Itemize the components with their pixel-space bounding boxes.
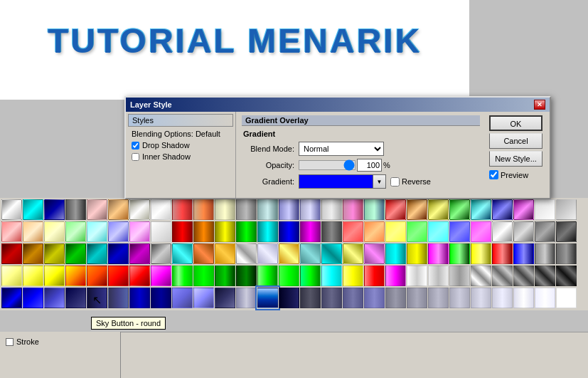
swatch-item[interactable] bbox=[492, 199, 513, 220]
swatch-item[interactable] bbox=[108, 221, 129, 242]
swatch-item[interactable] bbox=[65, 288, 86, 308]
swatch-item[interactable] bbox=[343, 288, 363, 308]
swatch-item[interactable] bbox=[129, 243, 150, 264]
swatch-item[interactable] bbox=[321, 221, 342, 242]
swatch-item[interactable] bbox=[300, 199, 321, 220]
swatch-item[interactable] bbox=[321, 266, 342, 286]
swatch-item[interactable] bbox=[513, 243, 534, 264]
swatch-item[interactable] bbox=[428, 266, 449, 286]
inner-shadow-item[interactable]: Inner Shadow bbox=[128, 151, 233, 162]
opacity-slider[interactable] bbox=[299, 160, 356, 170]
swatch-item[interactable] bbox=[407, 243, 427, 264]
swatch-item[interactable] bbox=[279, 221, 299, 242]
swatch-item[interactable] bbox=[215, 221, 235, 242]
swatch-item[interactable] bbox=[407, 199, 427, 220]
swatch-item[interactable] bbox=[449, 243, 470, 264]
swatch-item[interactable] bbox=[471, 288, 491, 308]
swatch-item[interactable] bbox=[151, 221, 171, 242]
swatch-item[interactable] bbox=[321, 199, 342, 220]
swatch-item[interactable] bbox=[1, 199, 22, 220]
swatch-item[interactable] bbox=[215, 288, 235, 308]
stroke-checkbox[interactable] bbox=[6, 338, 14, 346]
swatch-item[interactable] bbox=[172, 266, 193, 286]
swatch-item[interactable] bbox=[428, 288, 449, 308]
swatch-item[interactable] bbox=[193, 221, 214, 242]
swatch-item[interactable] bbox=[300, 221, 321, 242]
swatch-item[interactable] bbox=[129, 199, 150, 220]
cancel-button[interactable]: Cancel bbox=[489, 133, 542, 149]
swatch-item[interactable] bbox=[151, 243, 171, 264]
swatch-item[interactable] bbox=[471, 243, 491, 264]
swatch-item[interactable] bbox=[513, 221, 534, 242]
swatch-item[interactable] bbox=[193, 266, 214, 286]
swatch-item[interactable] bbox=[321, 243, 342, 264]
swatch-item[interactable] bbox=[385, 266, 406, 286]
swatch-item[interactable] bbox=[300, 288, 321, 308]
swatch-item[interactable] bbox=[108, 266, 129, 286]
swatch-item[interactable] bbox=[279, 288, 299, 308]
swatch-item[interactable] bbox=[87, 221, 107, 242]
drop-shadow-checkbox[interactable] bbox=[132, 142, 139, 149]
swatch-item[interactable] bbox=[364, 288, 385, 308]
swatch-item[interactable] bbox=[364, 199, 385, 220]
swatch-item[interactable] bbox=[449, 199, 470, 220]
swatch-item[interactable] bbox=[65, 221, 86, 242]
styles-label-item[interactable]: Styles bbox=[128, 114, 233, 127]
blend-mode-select[interactable]: Normal Multiply Screen Overlay bbox=[299, 142, 384, 156]
swatch-item[interactable] bbox=[236, 221, 257, 242]
swatch-item[interactable] bbox=[492, 288, 513, 308]
swatch-item[interactable] bbox=[87, 243, 107, 264]
swatch-item[interactable] bbox=[23, 288, 43, 308]
swatch-item[interactable] bbox=[193, 199, 214, 220]
swatch-item[interactable] bbox=[428, 221, 449, 242]
swatch-item[interactable] bbox=[556, 288, 577, 308]
inner-shadow-checkbox[interactable] bbox=[132, 153, 139, 161]
swatch-item[interactable] bbox=[236, 266, 257, 286]
swatch-item[interactable] bbox=[385, 243, 406, 264]
swatch-item[interactable] bbox=[364, 243, 385, 264]
swatch-item[interactable] bbox=[343, 199, 363, 220]
swatch-item[interactable] bbox=[364, 266, 385, 286]
swatch-item[interactable] bbox=[343, 266, 363, 286]
swatch-item[interactable] bbox=[257, 243, 278, 264]
swatch-item[interactable] bbox=[257, 199, 278, 220]
swatch-item[interactable] bbox=[449, 288, 470, 308]
swatch-item[interactable] bbox=[23, 221, 43, 242]
swatch-item[interactable] bbox=[65, 243, 86, 264]
swatch-item[interactable] bbox=[23, 243, 43, 264]
swatch-item[interactable] bbox=[108, 288, 129, 308]
swatch-item[interactable] bbox=[44, 288, 65, 308]
swatch-item[interactable] bbox=[65, 266, 86, 286]
swatch-item[interactable] bbox=[129, 288, 150, 308]
swatch-item[interactable] bbox=[385, 199, 406, 220]
swatch-item[interactable] bbox=[321, 288, 342, 308]
swatch-item[interactable] bbox=[129, 266, 150, 286]
swatch-item[interactable] bbox=[407, 266, 427, 286]
swatch-item[interactable] bbox=[471, 221, 491, 242]
swatch-item[interactable] bbox=[87, 199, 107, 220]
swatch-item[interactable] bbox=[129, 221, 150, 242]
swatch-item[interactable] bbox=[151, 288, 171, 308]
swatch-item[interactable] bbox=[535, 288, 555, 308]
swatch-item[interactable] bbox=[172, 199, 193, 220]
swatch-item[interactable] bbox=[364, 221, 385, 242]
swatch-item[interactable] bbox=[1, 221, 22, 242]
swatch-item[interactable] bbox=[492, 221, 513, 242]
swatch-item[interactable] bbox=[535, 266, 555, 286]
swatch-item[interactable] bbox=[151, 199, 171, 220]
swatch-item[interactable] bbox=[215, 266, 235, 286]
swatch-item[interactable] bbox=[108, 243, 129, 264]
swatch-item[interactable] bbox=[236, 288, 257, 308]
swatch-item[interactable] bbox=[513, 199, 534, 220]
swatch-item[interactable] bbox=[193, 243, 214, 264]
opacity-value-input[interactable] bbox=[357, 159, 382, 172]
swatch-item[interactable] bbox=[556, 266, 577, 286]
swatch-item[interactable] bbox=[44, 266, 65, 286]
swatch-item[interactable] bbox=[172, 221, 193, 242]
swatch-item[interactable] bbox=[172, 288, 193, 308]
swatch-item[interactable] bbox=[44, 199, 65, 220]
swatch-item[interactable] bbox=[471, 199, 491, 220]
swatch-item[interactable] bbox=[428, 243, 449, 264]
swatch-item[interactable] bbox=[236, 243, 257, 264]
swatch-item[interactable] bbox=[556, 221, 577, 242]
